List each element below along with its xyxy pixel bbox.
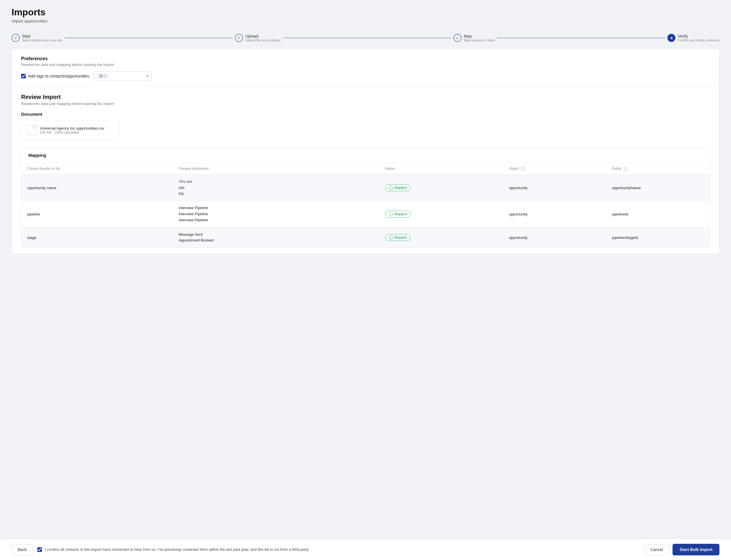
tag-select-dropdown[interactable]: 12 × ▾ — [94, 71, 152, 81]
document-card: Universal Agency Inc opportunities.csv 2… — [21, 120, 119, 140]
step-start-circle: ✓ — [12, 34, 20, 42]
mapping-table: Column header in file Preview informatio… — [21, 163, 710, 248]
fields-info-icon: i — [624, 167, 628, 171]
add-tags-label[interactable]: Add tags to contacts/opportunities — [21, 74, 89, 78]
consent-checkbox[interactable] — [37, 547, 42, 552]
object-cell: opportunity — [503, 201, 607, 227]
back-button[interactable]: Back — [12, 544, 33, 555]
column-header-cell: opportunity name — [21, 174, 173, 201]
preview-cell: Message Sent Appointment Booked — [173, 227, 379, 248]
mapping-table-body: opportunity nameאפי גולד sds lop✓Mappedo… — [21, 174, 710, 248]
field-cell: pipelineStageId — [606, 227, 710, 248]
tag-value: 12 — [99, 74, 103, 78]
mapping-table-header-row: Column header in file Preview informatio… — [21, 163, 710, 174]
step-upload-desc: Upload file and configure — [245, 38, 281, 42]
chevron-down-icon: ▾ — [147, 74, 148, 78]
column-header-cell: pipeline — [21, 201, 173, 227]
status-badge: ✓Mapped — [385, 234, 411, 241]
preferences-subtitle: Review the data and mapping before start… — [21, 62, 710, 67]
step-verify-desc: Confirm and finalize selection — [678, 38, 719, 42]
footer: Back I confirm all contacts in this impo… — [0, 539, 731, 560]
mapping-section-title: Mapping — [21, 148, 710, 163]
table-row: pipelineInterview Pipeline Interview Pip… — [21, 201, 710, 227]
main-content: Preferences Review the data and mapping … — [12, 49, 719, 254]
object-info-icon: i — [521, 167, 525, 171]
review-title: Review Import — [21, 94, 710, 100]
step-start: ✓ Start Select objects and more info — [12, 34, 62, 42]
preferences-section: Preferences Review the data and mapping … — [12, 49, 719, 87]
object-cell: opportunity — [503, 174, 607, 201]
step-upload-circle: ✓ — [235, 34, 243, 42]
step-verify: 4 Verify Confirm and finalize selection — [667, 34, 719, 42]
col-header-file: Column header in file — [21, 163, 173, 174]
file-name: Universal Agency Inc opportunities.csv — [40, 126, 104, 130]
step-start-desc: Select objects and more info — [22, 38, 62, 42]
field-cell: opportunityName — [606, 174, 710, 201]
step-line-2 — [283, 38, 451, 38]
status-cell: ✓Mapped — [380, 227, 503, 248]
status-badge: ✓Mapped — [385, 184, 411, 191]
step-map-desc: Map columns to fields — [464, 38, 495, 42]
object-cell: opportunity — [503, 227, 607, 248]
tags-row: Add tags to contacts/opportunities 12 × … — [21, 71, 710, 81]
start-bulk-import-button[interactable]: Start Bulk Import — [673, 544, 719, 555]
consent-text: I confirm all contacts in this import ha… — [45, 547, 308, 552]
review-section: Review Import Review the data and mappin… — [12, 87, 719, 254]
status-cell: ✓Mapped — [380, 201, 503, 227]
file-icon — [27, 125, 36, 135]
preview-cell: Interview Pipeline Interview Pipeline In… — [173, 201, 379, 227]
table-row: stageMessage Sent Appointment Booked✓Map… — [21, 227, 710, 248]
step-verify-circle: 4 — [667, 34, 675, 42]
table-row: opportunity nameאפי גולד sds lop✓Mappedo… — [21, 174, 710, 201]
step-verify-label: Verify — [678, 34, 719, 38]
step-start-label: Start — [22, 34, 62, 38]
col-header-preview: Preview information — [173, 163, 379, 174]
check-circle-icon: ✓ — [389, 212, 393, 216]
col-header-object: Object i — [503, 163, 607, 174]
step-map-label: Map — [464, 34, 495, 38]
col-header-fields: Fields i — [606, 163, 710, 174]
step-map-circle: ✓ — [454, 34, 462, 42]
check-circle-icon: ✓ — [389, 186, 393, 190]
cancel-button[interactable]: Cancel — [645, 544, 669, 555]
tag-remove-icon[interactable]: × — [104, 74, 106, 78]
review-subtitle: Review the data and mapping before start… — [21, 102, 710, 106]
footer-consent: I confirm all contacts in this import ha… — [37, 547, 640, 552]
status-cell: ✓Mapped — [380, 174, 503, 201]
preview-cell: אפי גולד sds lop — [173, 174, 379, 201]
page-title: Imports — [12, 7, 719, 18]
document-label: Document — [21, 112, 710, 117]
add-tags-checkbox[interactable] — [21, 74, 26, 78]
col-header-status: Status — [380, 163, 503, 174]
status-badge: ✓Mapped — [385, 211, 411, 218]
file-info: Universal Agency Inc opportunities.csv 2… — [40, 126, 104, 135]
column-header-cell: stage — [21, 227, 173, 248]
field-cell: pipelineId — [606, 201, 710, 227]
page-subtitle: Import opportunities — [12, 19, 719, 23]
check-circle-icon: ✓ — [389, 235, 393, 240]
preferences-title: Preferences — [21, 56, 710, 61]
mapping-card: Mapping Column header in file Preview in… — [21, 147, 710, 248]
step-map: ✓ Map Map columns to fields — [454, 34, 495, 42]
stepper: ✓ Start Select objects and more info ✓ U… — [0, 28, 731, 49]
step-upload-label: Upload — [245, 34, 281, 38]
tag-badge: 12 × — [97, 73, 108, 79]
file-meta: 225 KB · 100% Uploaded — [40, 130, 104, 135]
step-line-3 — [497, 38, 665, 38]
step-line-1 — [65, 38, 233, 38]
add-tags-text: Add tags to contacts/opportunities — [28, 74, 89, 78]
step-upload: ✓ Upload Upload file and configure — [235, 34, 281, 42]
footer-actions: Cancel Start Bulk Import — [645, 544, 719, 555]
